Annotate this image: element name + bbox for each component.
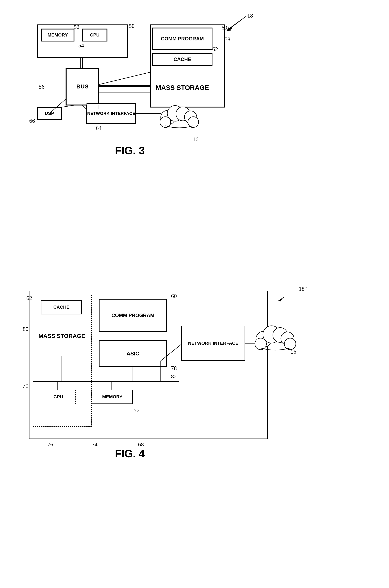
comm-program-box-fig4: COMM PROGRAM	[99, 299, 167, 332]
svg-point-38	[161, 110, 175, 125]
svg-line-20	[229, 15, 247, 29]
fig3-label: FIG. 3	[89, 144, 171, 157]
ref-72-fig4: 72	[134, 407, 140, 414]
ref-74-fig4: 74	[92, 441, 97, 448]
ref-16-fig3: 16	[193, 136, 198, 143]
ref-68-fig4: 68	[138, 441, 144, 448]
svg-point-43	[160, 117, 171, 127]
bus-box: BUS	[66, 68, 99, 105]
svg-line-19	[99, 66, 150, 86]
memory-box-fig4: MEMORY	[92, 390, 133, 404]
ref-80-fig4: 80	[23, 326, 29, 332]
svg-line-0	[227, 19, 243, 31]
svg-point-31	[169, 106, 183, 121]
svg-point-42	[188, 117, 199, 127]
svg-point-37	[163, 109, 196, 128]
ref-18-fig4: 18"	[299, 285, 307, 292]
svg-point-58	[284, 338, 296, 350]
svg-line-8	[62, 105, 74, 107]
svg-point-56	[273, 328, 288, 343]
network-interface-box-fig3: NETWORK INTERFACE	[87, 103, 136, 124]
svg-point-41	[184, 111, 197, 123]
ref-70-fig4: 70	[23, 382, 29, 389]
svg-marker-21	[229, 26, 232, 30]
svg-point-35	[160, 116, 172, 127]
cache-box-fig3: CACHE	[153, 53, 212, 66]
svg-point-57	[281, 332, 294, 345]
ref-56: 56	[39, 83, 44, 90]
svg-point-39	[167, 105, 183, 121]
svg-line-44	[278, 288, 284, 301]
ref-16-fig4: 16	[291, 348, 296, 355]
mass-storage-label-fig4: MASS STORAGE	[36, 318, 88, 354]
fig3-diagram: 18	[16, 12, 367, 153]
svg-line-26	[82, 105, 87, 109]
asic-box-fig4: ASIC	[99, 340, 167, 367]
page: 18	[0, 0, 389, 588]
mass-storage-label-fig3: MASS STORAGE	[153, 72, 212, 103]
ref-64: 64	[96, 125, 101, 131]
svg-point-33	[183, 111, 196, 124]
ref-60-fig4: 60	[171, 293, 177, 299]
svg-point-34	[187, 116, 198, 127]
svg-line-23	[99, 72, 150, 85]
svg-point-40	[176, 107, 190, 121]
ref-50: 50	[129, 23, 134, 29]
ref-78-fig4: 78	[171, 365, 177, 372]
ref-58: 58	[225, 36, 230, 43]
svg-marker-1	[227, 27, 231, 31]
dsp-box: DSP	[37, 107, 62, 120]
svg-point-32	[177, 108, 190, 121]
ref-82-fig4: 82	[171, 373, 177, 380]
ref-66: 66	[29, 117, 35, 124]
cpu-box-fig4: CPU	[41, 390, 76, 404]
computer-box	[37, 25, 128, 58]
fig4-dashed-left	[33, 295, 92, 427]
svg-point-30	[162, 110, 176, 125]
network-interface-box-fig4: NETWORK INTERFACE	[181, 326, 245, 361]
comm-program-box-fig3: COMM PROGRAM	[153, 28, 212, 49]
ref-62-fig4: 62	[26, 295, 32, 301]
ref-18: 18	[247, 12, 253, 19]
fig4-diagram: CACHE MASS STORAGE COMM PROGRAM ASIC NET…	[16, 284, 367, 453]
fig4-label: FIG. 4	[89, 447, 171, 460]
cache-box-fig4: CACHE	[41, 300, 82, 314]
ref-76-fig4: 76	[47, 441, 53, 448]
svg-marker-45	[278, 298, 282, 301]
